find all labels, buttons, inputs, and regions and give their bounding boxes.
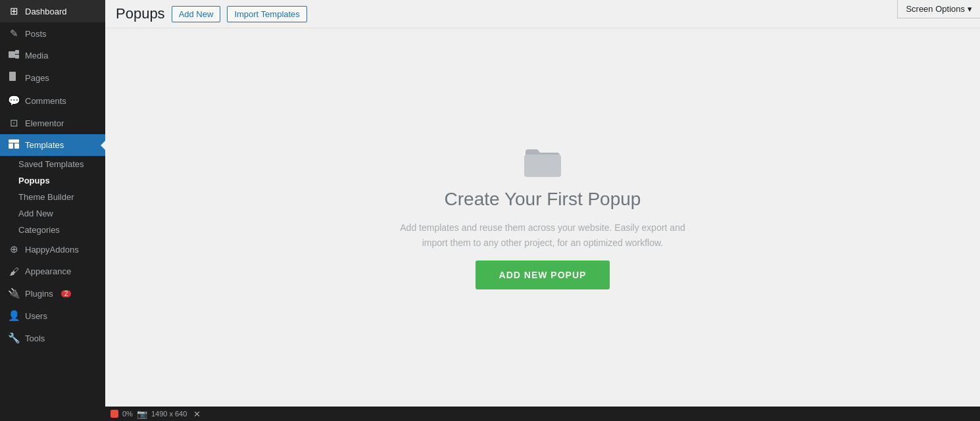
bottom-percent: 0% [122,410,133,418]
svg-rect-0 [9,51,15,58]
posts-icon: ✎ [8,28,20,39]
svg-rect-7 [9,139,19,143]
bottombar: 0% 📷 980 x 421 ✕ [105,407,980,421]
screen-options-label: Screen Options [906,4,965,14]
sidebar-item-templates[interactable]: Templates [0,134,105,156]
submenu-popups[interactable]: Popups [0,172,105,189]
sidebar-item-label: Templates [25,140,64,150]
add-new-popup-button[interactable]: ADD NEW POPUP [476,260,610,289]
import-templates-button[interactable]: Import Templates [227,6,306,22]
sidebar-item-happyaddons[interactable]: ⊕ HappyAddons [0,238,105,260]
submenu-saved-templates[interactable]: Saved Templates [0,156,105,172]
screen-options-button[interactable]: Screen Options ▾ [897,0,980,18]
tools-icon: 🔧 [8,332,20,344]
recording-indicator [110,410,118,418]
media-icon [8,50,20,61]
sidebar-item-label: Comments [25,96,66,106]
empty-state-description: Add templates and reuse them across your… [400,220,685,250]
sidebar-item-label: Posts [25,29,47,39]
sidebar-item-media[interactable]: Media [0,45,105,66]
camera-icon: 📷 [137,409,147,419]
sidebar-item-posts[interactable]: ✎ Posts [0,22,105,45]
dashboard-icon: ⊞ [8,5,20,17]
empty-state: Create Your First Popup Add templates an… [400,145,685,289]
sidebar-item-label: Elementor [25,118,64,128]
comments-icon: 💬 [8,95,20,107]
folder-icon [523,145,562,178]
submenu-categories[interactable]: Categories [0,222,105,238]
svg-rect-8 [9,143,13,149]
submenu-add-new[interactable]: Add New [0,205,105,222]
add-new-button[interactable]: Add New [172,6,221,22]
close-icon[interactable]: ✕ [193,409,201,419]
sidebar-item-label: Plugins [25,289,53,299]
sidebar-item-label: HappyAddons [25,245,79,255]
sidebar-item-label: Dashboard [25,7,67,16]
appearance-icon: 🖌 [8,266,20,277]
plugins-icon: 🔌 [8,287,20,299]
sidebar-item-label: Appearance [25,266,71,276]
elementor-icon: ⊡ [8,117,20,129]
chevron-down-icon: ▾ [968,4,972,14]
submenu-theme-builder[interactable]: Theme Builder [0,189,105,205]
sidebar-item-label: Pages [25,73,49,83]
content-area: Create Your First Popup Add templates an… [105,28,980,407]
sidebar-item-users[interactable]: 👤 Users [0,305,105,327]
users-icon: 👤 [8,310,20,322]
empty-state-heading: Create Your First Popup [445,189,641,210]
templates-icon [8,139,20,151]
sidebar-item-comments[interactable]: 💬 Comments [0,89,105,112]
plugins-badge: 2 [61,290,72,297]
sidebar-item-label: Tools [25,334,45,343]
svg-rect-1 [15,50,19,54]
sidebar-item-label: Users [25,311,47,321]
sidebar-item-tools[interactable]: 🔧 Tools [0,327,105,349]
page-title: Popups [116,5,165,22]
bottom-dimensions: 980 x 421 [151,410,187,418]
sidebar-item-plugins[interactable]: 🔌 Plugins 2 [0,282,105,305]
sidebar-item-elementor[interactable]: ⊡ Elementor [0,112,105,134]
svg-rect-2 [15,55,19,59]
svg-rect-9 [14,143,19,149]
happyaddons-icon: ⊕ [8,243,20,255]
svg-rect-4 [11,74,14,74]
sidebar-item-pages[interactable]: Pages [0,66,105,89]
svg-rect-5 [11,75,14,76]
sidebar-item-label: Media [25,51,48,61]
topbar: Popups Add New Import Templates Screen O… [105,0,980,28]
svg-rect-6 [11,76,13,77]
main-content: Popups Add New Import Templates Screen O… [105,0,980,421]
sidebar-item-appearance[interactable]: 🖌 Appearance [0,260,105,282]
pages-icon [8,72,20,84]
sidebar-item-dashboard[interactable]: ⊞ Dashboard [0,0,105,22]
sidebar: ⊞ Dashboard ✎ Posts Media Pages 💬 [0,0,105,421]
